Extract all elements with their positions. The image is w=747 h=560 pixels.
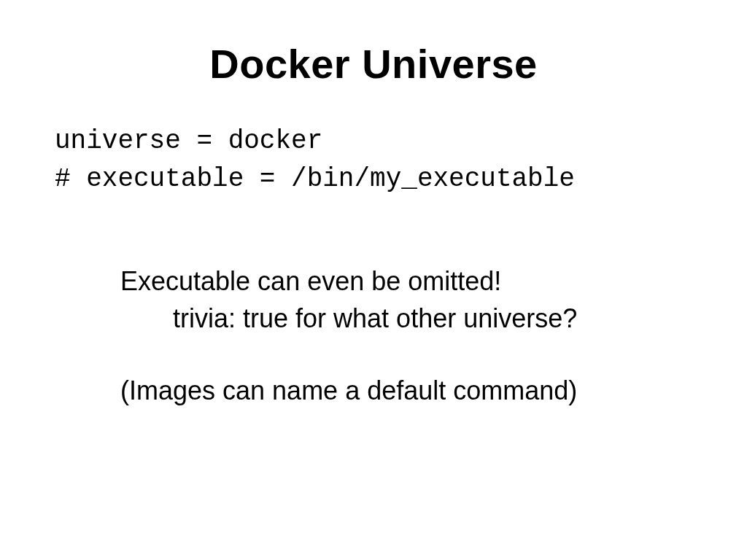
body-text-omitted: Executable can even be omitted! bbox=[120, 264, 692, 300]
body-text-trivia: trivia: true for what other universe? bbox=[120, 301, 692, 337]
code-line-executable: # executable = /bin/my_executable bbox=[55, 160, 692, 198]
code-line-universe: universe = docker bbox=[55, 122, 692, 160]
code-block: universe = docker # executable = /bin/my… bbox=[55, 122, 692, 198]
slide-title: Docker Universe bbox=[55, 40, 692, 88]
slide: Docker Universe universe = docker # exec… bbox=[0, 0, 747, 560]
body-text-images: (Images can name a default command) bbox=[120, 373, 692, 409]
body-block: Executable can even be omitted! trivia: … bbox=[55, 264, 692, 408]
